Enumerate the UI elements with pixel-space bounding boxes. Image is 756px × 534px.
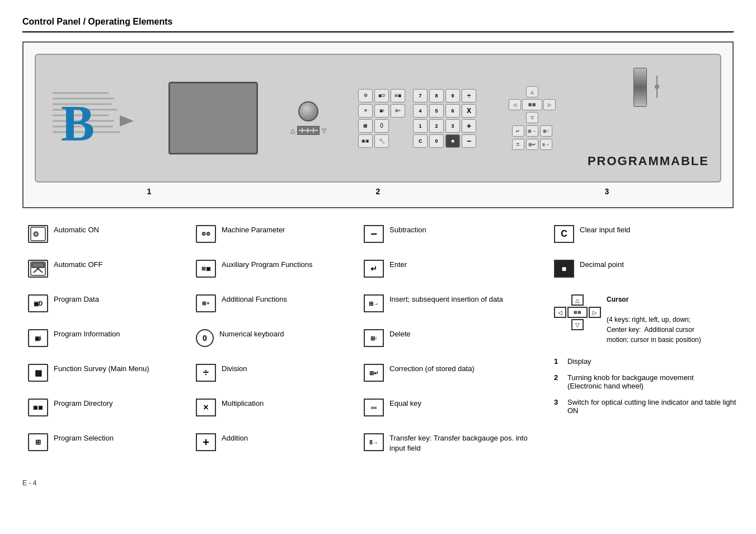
key-arr-right[interactable]: ▷ bbox=[543, 99, 556, 110]
auto-off-label: Automatic OFF bbox=[54, 260, 102, 270]
program-info-label: Program Information bbox=[54, 329, 120, 339]
page-footer: E - 4 bbox=[22, 479, 734, 487]
cursor-key-right[interactable]: ▷ bbox=[589, 307, 601, 318]
num-2-label: Turning knob for backgauge movement(Elec… bbox=[567, 373, 694, 390]
key-c[interactable]: C bbox=[413, 134, 428, 148]
key-auto-on[interactable]: ⚙ bbox=[358, 89, 373, 102]
symbol-insert: ⊞→ bbox=[364, 294, 384, 312]
key-add-func[interactable]: ⊞+ bbox=[391, 104, 405, 118]
symbol-correction: ⊞↵ bbox=[364, 364, 384, 382]
key-minus[interactable]: − bbox=[462, 134, 476, 148]
vol-knob[interactable] bbox=[633, 68, 647, 107]
panel-logo: B bbox=[47, 85, 137, 152]
knob[interactable] bbox=[298, 101, 318, 121]
arrow-group: △ ◁ ▦▦ ▷ ▽ bbox=[509, 86, 556, 123]
key-0[interactable]: 0 bbox=[429, 134, 444, 148]
item-program-sel: ⊞ Program Selection bbox=[28, 433, 185, 456]
key-arr-up[interactable]: △ bbox=[526, 86, 538, 97]
cursor-middle-row: ◁ ▦▦ ▷ bbox=[554, 307, 601, 318]
transfer-key-label: Transfer key: Transfer backgauge pos. in… bbox=[389, 433, 543, 453]
item-aux-prog-func: ⊞▣ Auxiliary Program Functions bbox=[196, 260, 353, 282]
key-1[interactable]: 1 bbox=[413, 119, 428, 133]
label-1: 1 bbox=[147, 187, 152, 196]
key-prog-info[interactable]: ▣i bbox=[374, 104, 389, 118]
key-enter[interactable]: ↵ bbox=[512, 125, 524, 137]
main-keypad: ⚙ ▣D ⊞▣ 7 8 9 ÷ ✕ ▣i ⊞+ 4 5 6 bbox=[358, 89, 476, 148]
svg-rect-21 bbox=[31, 263, 45, 268]
svg-text:B: B bbox=[61, 96, 95, 151]
key-arr-center[interactable]: ▦▦ bbox=[522, 99, 542, 110]
nav-bar bbox=[297, 126, 320, 135]
item-multiplication: × Multiplication bbox=[196, 399, 353, 421]
key-7[interactable]: 7 bbox=[413, 89, 428, 102]
key-func-surv[interactable]: ▦ bbox=[358, 119, 373, 133]
item-additional-func: ⊞+ Additional Functions bbox=[196, 294, 353, 317]
key-8[interactable]: 8 bbox=[429, 89, 444, 102]
delete-label: Delete bbox=[389, 329, 411, 339]
key-corr[interactable]: ⊞↵ bbox=[526, 139, 538, 150]
cursor-key-left[interactable]: ◁ bbox=[554, 307, 566, 318]
key-9[interactable]: 9 bbox=[445, 89, 460, 102]
key-insert[interactable]: ⊞→ bbox=[526, 125, 538, 137]
symbol-subtraction: − bbox=[364, 225, 384, 243]
keypad-row-2: ✕ ▣i ⊞+ 4 5 6 X bbox=[358, 104, 476, 118]
nav-triangle-right: ▽ bbox=[322, 127, 326, 134]
symbol-multiplication: × bbox=[196, 399, 216, 416]
cursor-key-up[interactable]: △ bbox=[571, 294, 584, 306]
item-function-survey: ▦ Function Survey (Main Menu) bbox=[28, 364, 185, 386]
item-addition: + Addition bbox=[196, 433, 353, 456]
svg-point-15 bbox=[655, 85, 659, 89]
key-5[interactable]: 5 bbox=[429, 104, 444, 118]
cursor-label: Cursor (4 keys: right, left, up, down; C… bbox=[607, 294, 701, 345]
number-item-2: 2 Turning knob for backgauge movement(El… bbox=[554, 373, 744, 390]
key-3[interactable]: 3 bbox=[445, 119, 460, 133]
machine-param-label: Machine Parameter bbox=[222, 225, 285, 235]
symbol-clear-input: C bbox=[554, 225, 574, 243]
key-equal[interactable]: = bbox=[512, 139, 524, 150]
item-delete: ⊞↑ Delete bbox=[364, 329, 543, 352]
nav-triangle-left: △ bbox=[290, 127, 295, 134]
item-clear-input: C Clear input field bbox=[554, 225, 744, 247]
division-label: Division bbox=[222, 364, 247, 374]
key-2[interactable]: 2 bbox=[429, 119, 444, 133]
key-prog-sel[interactable]: 🔧 bbox=[374, 134, 389, 148]
item-subtraction: − Subtraction bbox=[364, 225, 543, 247]
item-insert: ⊞→ Insert; subsequent insertion of data bbox=[364, 294, 543, 317]
key-transfer[interactable]: 8→ bbox=[540, 139, 552, 150]
programmable-label: PROGRAMMABLE bbox=[588, 154, 709, 168]
page-title: Control Panel / Operating Elements bbox=[22, 17, 734, 32]
key-arr-left[interactable]: ◁ bbox=[509, 99, 521, 110]
col-1: ⚙ Automatic ON Automatic OFF bbox=[22, 225, 190, 468]
key-delete[interactable]: ⊞↑ bbox=[540, 125, 552, 137]
key-dot[interactable]: ■ bbox=[445, 134, 460, 148]
key-div[interactable]: ÷ bbox=[462, 89, 476, 102]
cursor-key-center[interactable]: ▦▦ bbox=[567, 307, 588, 318]
program-data-label: Program Data bbox=[54, 294, 99, 305]
key-auto-off[interactable]: ✕ bbox=[358, 104, 373, 118]
key-prog-dir[interactable]: ▣▣ bbox=[358, 134, 373, 148]
content-grid: ⚙ Automatic ON Automatic OFF bbox=[22, 225, 734, 468]
key-plus[interactable]: + bbox=[462, 119, 476, 133]
number-item-1: 1 Display bbox=[554, 357, 744, 366]
key-num-kb[interactable]: 0 bbox=[374, 119, 389, 133]
item-auto-on: ⚙ Automatic ON bbox=[28, 225, 185, 247]
key-aux-func[interactable]: ⊞▣ bbox=[391, 89, 405, 102]
label-3: 3 bbox=[605, 187, 609, 196]
cursor-key-down[interactable]: ▽ bbox=[571, 319, 584, 330]
key-arr-down[interactable]: ▽ bbox=[526, 112, 538, 123]
icon-auto-off bbox=[28, 260, 48, 278]
key-prog-data[interactable]: ▣D bbox=[374, 89, 389, 102]
icon-machine-param: ⚙⚙ bbox=[196, 225, 216, 243]
key-mul[interactable]: X bbox=[462, 104, 476, 118]
keypad-row-3: ▦ 0 1 2 3 + bbox=[358, 119, 476, 133]
item-program-data: ▣D Program Data bbox=[28, 294, 185, 317]
decimal-point-label: Decimal point bbox=[580, 260, 624, 270]
icon-program-sel: ⊞ bbox=[28, 433, 48, 451]
nav-bar-svg bbox=[298, 127, 319, 134]
logo-svg: B bbox=[47, 85, 137, 152]
numbered-items: 1 Display 2 Turning knob for backgauge m… bbox=[554, 357, 744, 415]
key-4[interactable]: 4 bbox=[413, 104, 428, 118]
func-keys-row2: = ⊞↵ 8→ bbox=[512, 139, 552, 150]
multiplication-label: Multiplication bbox=[222, 399, 264, 409]
key-6[interactable]: 6 bbox=[445, 104, 460, 118]
